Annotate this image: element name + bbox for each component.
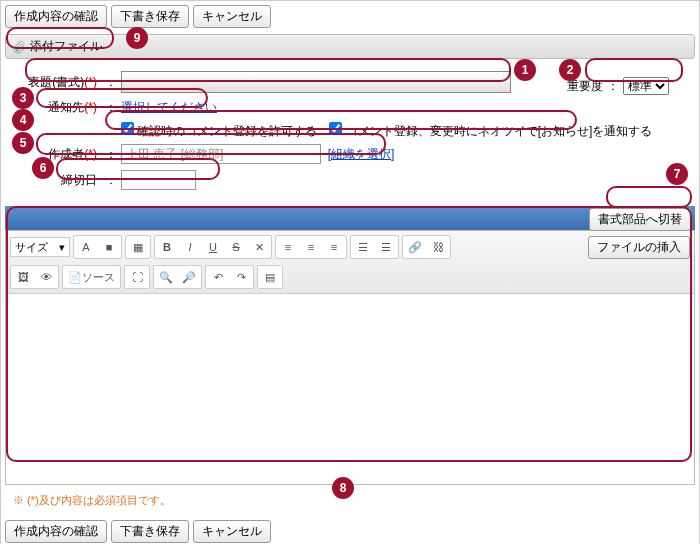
redo-icon[interactable]: ↷: [230, 267, 252, 287]
switch-format-button[interactable]: 書式部品へ切替: [589, 208, 691, 231]
table-icon[interactable]: ▦: [127, 237, 149, 257]
deadline-input[interactable]: [121, 170, 196, 190]
undo-icon[interactable]: ↶: [207, 267, 229, 287]
priority-select[interactable]: 標準: [623, 77, 669, 95]
list-ul-icon[interactable]: ☰: [375, 237, 397, 257]
list-ol-icon[interactable]: ☰: [352, 237, 374, 257]
italic-icon[interactable]: I: [179, 237, 201, 257]
rich-editor: サイズ▾ A■ ▦ B I U S ✕ ≡ ≡ ≡ ☰ ☰ 🔗 ⛓ ファイルの挿…: [5, 230, 695, 485]
bold-icon[interactable]: B: [156, 237, 178, 257]
notify-label: 通知先(*): [11, 99, 101, 116]
cancel-button-bottom[interactable]: キャンセル: [193, 520, 271, 543]
required-note: ※ (*)及び内容は必須項目です。: [1, 485, 699, 516]
editor-body[interactable]: [6, 294, 694, 484]
cancel-button[interactable]: キャンセル: [193, 5, 271, 28]
selectall-icon[interactable]: ▤: [259, 267, 281, 287]
strike-icon[interactable]: S: [225, 237, 247, 257]
source-button[interactable]: 📄ソース: [64, 267, 119, 287]
checkbox-notify-neotwi[interactable]: コメント登録、変更時にネオツイで[お知らせ]を通知する: [329, 122, 652, 140]
preview-icon[interactable]: 👁: [35, 267, 57, 287]
priority-label: 重要度: [567, 78, 603, 95]
notify-link[interactable]: 選択してください: [121, 99, 217, 116]
editor-header-bar: 書式部品へ切替: [5, 206, 695, 230]
unlink-icon[interactable]: ⛓: [427, 237, 449, 257]
font-size-select[interactable]: サイズ▾: [10, 237, 70, 257]
editor-toolbar: サイズ▾ A■ ▦ B I U S ✕ ≡ ≡ ≡ ☰ ☰ 🔗 ⛓ ファイルの挿…: [6, 231, 694, 294]
paperclip-icon: [12, 40, 26, 54]
bg-color-icon[interactable]: ■: [98, 237, 120, 257]
draft-button[interactable]: 下書き保存: [111, 5, 189, 28]
clear-format-icon[interactable]: ✕: [248, 237, 270, 257]
deadline-label: 締切日: [11, 172, 101, 189]
confirm-button-bottom[interactable]: 作成内容の確認: [5, 520, 107, 543]
align-left-icon[interactable]: ≡: [277, 237, 299, 257]
text-color-icon[interactable]: A: [75, 237, 97, 257]
align-center-icon[interactable]: ≡: [300, 237, 322, 257]
underline-icon[interactable]: U: [202, 237, 224, 257]
find-icon[interactable]: 🔍: [155, 267, 177, 287]
image-icon[interactable]: 🖼: [12, 267, 34, 287]
link-icon[interactable]: 🔗: [404, 237, 426, 257]
author-label: 作成者(*): [11, 146, 101, 163]
maximize-icon[interactable]: ⛶: [126, 267, 148, 287]
attach-label: 添付ファイル: [30, 38, 102, 55]
file-insert-button[interactable]: ファイルの挿入: [588, 236, 690, 259]
colon: ：: [105, 74, 117, 91]
align-right-icon[interactable]: ≡: [323, 237, 345, 257]
author-input[interactable]: [121, 144, 321, 164]
replace-icon[interactable]: 🔎: [178, 267, 200, 287]
title-label: 表題(書式)(*): [11, 74, 101, 91]
title-select[interactable]: [121, 71, 511, 93]
select-org-link[interactable]: [組織を選択]: [328, 146, 395, 163]
checkbox-allow-comment[interactable]: 確認時のコメント登録を許可する: [121, 122, 317, 140]
attach-bar[interactable]: 添付ファイル: [5, 34, 695, 59]
confirm-button[interactable]: 作成内容の確認: [5, 5, 107, 28]
draft-button-bottom[interactable]: 下書き保存: [111, 520, 189, 543]
